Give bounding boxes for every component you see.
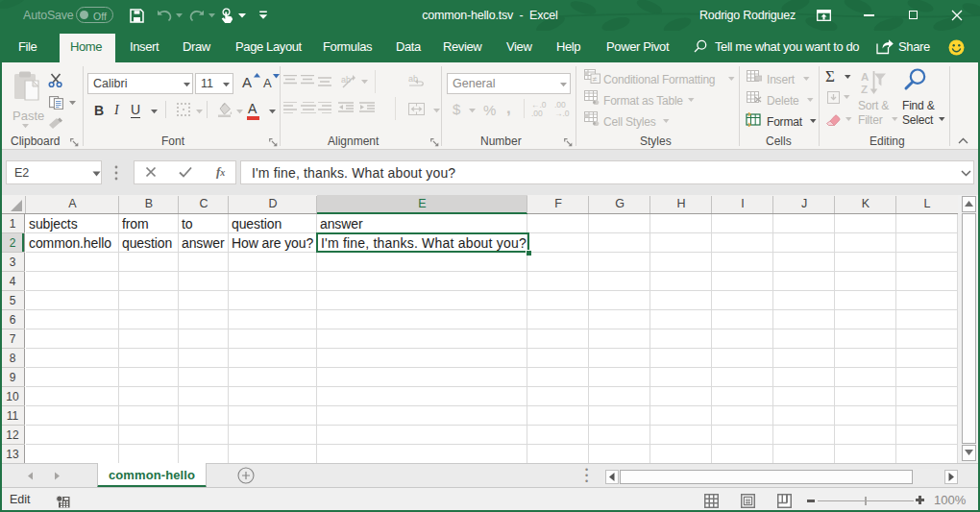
svg-text:A: A: [861, 71, 869, 83]
svg-text:Z: Z: [861, 84, 868, 95]
svg-text:≠: ≠: [593, 75, 598, 84]
svg-text:ab: ab: [341, 75, 351, 85]
